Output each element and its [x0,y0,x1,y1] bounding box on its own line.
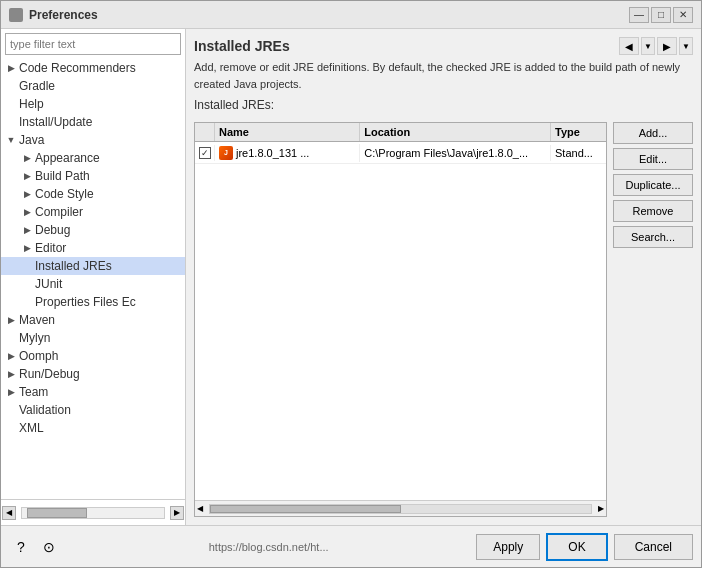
sidebar-scroll-left[interactable]: ◀ [2,506,16,520]
sidebar-item-code-recommenders[interactable]: Code Recommenders [1,59,185,77]
main-content: Code Recommenders Gradle Help Install/Up… [1,29,701,525]
window-icon [9,8,23,22]
expand-arrow [21,170,33,182]
sidebar-item-validation[interactable]: Validation [1,401,185,419]
col-name-header: Name [215,123,360,141]
sidebar-item-label: Properties Files Ec [35,295,136,309]
nav-forward-button[interactable]: ▶ [657,37,677,55]
sidebar-item-install-update[interactable]: Install/Update [1,113,185,131]
jre-table: Name Location Type ✓ J [194,122,607,517]
sidebar-search-input[interactable] [5,33,181,55]
row-location: C:\Program Files\Java\jre1.8.0_... [360,145,551,161]
expand-arrow [5,314,17,326]
sidebar-item-build-path[interactable]: Build Path [1,167,185,185]
sidebar-bottom: ◀ ▶ [1,499,185,525]
col-check-header [195,123,215,141]
col-location-header: Location [360,123,551,141]
sidebar-item-label: Validation [19,403,71,417]
maximize-button[interactable]: □ [651,7,671,23]
expand-arrow [5,134,17,146]
sidebar-item-debug[interactable]: Debug [1,221,185,239]
sidebar-item-label: Gradle [19,79,55,93]
sidebar-item-team[interactable]: Team [1,383,185,401]
sidebar-item-label: Build Path [35,169,90,183]
sidebar: Code Recommenders Gradle Help Install/Up… [1,29,186,525]
window-title: Preferences [29,8,629,22]
sidebar-item-xml[interactable]: XML [1,419,185,437]
nav-back-dropdown[interactable]: ▼ [641,37,655,55]
title-bar: Preferences — □ ✕ [1,1,701,29]
row-checkbox[interactable]: ✓ [195,145,215,161]
sidebar-tree: Code Recommenders Gradle Help Install/Up… [1,59,185,499]
status-url: https://blog.csdn.net/ht... [67,541,470,553]
sidebar-item-label: Team [19,385,48,399]
table-row[interactable]: ✓ J jre1.8.0_131 ... C:\Program Files\Ja… [195,142,606,164]
sidebar-item-mylyn[interactable]: Mylyn [1,329,185,347]
jre-panel: Name Location Type ✓ J [194,122,693,517]
scroll-right-arrow[interactable]: ▶ [596,504,606,513]
sidebar-item-label: Installed JREs [35,259,112,273]
expand-arrow [5,368,17,380]
scrollbar-thumb [27,508,87,518]
search-button[interactable]: Search... [613,226,693,248]
sidebar-item-junit[interactable]: JUnit [1,275,185,293]
row-type: Stand... [551,145,606,161]
preferences-button[interactable]: ⊙ [37,535,61,559]
sidebar-item-code-style[interactable]: Code Style [1,185,185,203]
sidebar-item-label: Code Recommenders [19,61,136,75]
expand-arrow [5,386,17,398]
sidebar-horizontal-scrollbar[interactable] [21,507,165,519]
sidebar-item-label: Code Style [35,187,94,201]
sidebar-item-label: Java [19,133,44,147]
row-name: J jre1.8.0_131 ... [215,144,360,162]
sidebar-scroll-right[interactable]: ▶ [170,506,184,520]
sidebar-item-installed-jres[interactable]: Installed JREs [1,257,185,275]
checkbox-checked-icon: ✓ [199,147,211,159]
add-button[interactable]: Add... [613,122,693,144]
expand-arrow [21,242,33,254]
sidebar-item-gradle[interactable]: Gradle [1,77,185,95]
panel-nav: ◀ ▼ ▶ ▼ [619,37,693,55]
preferences-window: Preferences — □ ✕ Code Recommenders Grad… [0,0,702,568]
scroll-left-arrow[interactable]: ◀ [195,504,205,513]
sidebar-item-compiler[interactable]: Compiler [1,203,185,221]
nav-back-button[interactable]: ◀ [619,37,639,55]
expand-arrow [21,224,33,236]
jre-table-header: Name Location Type [195,123,606,142]
installed-jres-label: Installed JREs: [194,98,693,112]
expand-arrow [21,152,33,164]
panel-description: Add, remove or edit JRE definitions. By … [194,59,693,92]
sidebar-item-label: Appearance [35,151,100,165]
sidebar-item-appearance[interactable]: Appearance [1,149,185,167]
sidebar-item-java[interactable]: Java [1,131,185,149]
bottom-icons: ? ⊙ [9,535,61,559]
sidebar-item-help[interactable]: Help [1,95,185,113]
horizontal-scrollbar[interactable] [209,504,592,514]
row-name-text: jre1.8.0_131 ... [236,147,309,159]
minimize-button[interactable]: — [629,7,649,23]
jre-action-buttons: Add... Edit... Duplicate... Remove Searc… [613,122,693,517]
jre-table-scrollbar-bottom: ◀ ▶ [195,500,606,516]
help-button[interactable]: ? [9,535,33,559]
cancel-button[interactable]: Cancel [614,534,693,560]
col-type-header: Type [551,123,606,141]
expand-arrow [5,350,17,362]
nav-forward-dropdown[interactable]: ▼ [679,37,693,55]
apply-button[interactable]: Apply [476,534,540,560]
sidebar-item-label: Mylyn [19,331,50,345]
edit-button[interactable]: Edit... [613,148,693,170]
ok-button[interactable]: OK [546,533,607,561]
duplicate-button[interactable]: Duplicate... [613,174,693,196]
sidebar-item-properties-files-editor[interactable]: Properties Files Ec [1,293,185,311]
sidebar-item-oomph[interactable]: Oomph [1,347,185,365]
window-controls: — □ ✕ [629,7,693,23]
sidebar-item-label: Maven [19,313,55,327]
sidebar-item-label: Help [19,97,44,111]
close-button[interactable]: ✕ [673,7,693,23]
sidebar-item-editor[interactable]: Editor [1,239,185,257]
scrollbar-thumb [210,505,401,513]
sidebar-item-maven[interactable]: Maven [1,311,185,329]
remove-button[interactable]: Remove [613,200,693,222]
sidebar-item-label: Debug [35,223,70,237]
sidebar-item-run-debug[interactable]: Run/Debug [1,365,185,383]
